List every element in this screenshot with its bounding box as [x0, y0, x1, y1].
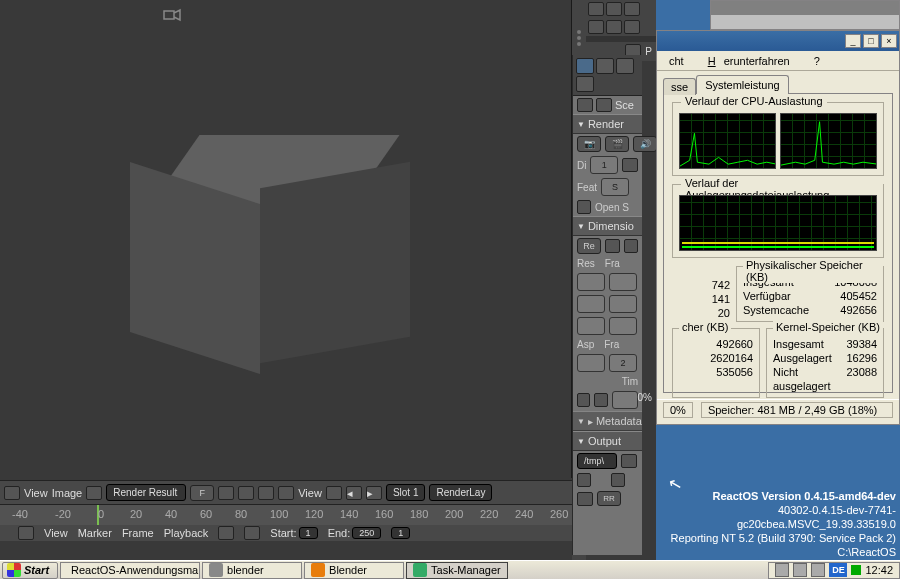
render-viewport[interactable]	[0, 0, 572, 478]
view-menu[interactable]: View	[24, 487, 48, 499]
swap-graph	[679, 195, 877, 251]
editor-type-icon[interactable]	[4, 486, 20, 500]
frame-step-field[interactable]	[609, 317, 637, 335]
format-rgb-button[interactable]: RR	[597, 491, 621, 506]
output-cb2[interactable]	[611, 473, 625, 487]
phys-mem-box: Physikalischer Speicher (KB) Insgesamt10…	[736, 266, 884, 322]
taskbar-item-anwendungsmanager[interactable]: ReactOS-Anwendungsmana…	[60, 562, 200, 579]
render-audio-button[interactable]: 🔊	[633, 136, 657, 152]
render-image-button[interactable]: 📷	[577, 136, 601, 152]
tick: 20	[130, 508, 142, 520]
view-menu-2[interactable]: View	[298, 487, 322, 499]
tl-frame-menu[interactable]: Frame	[122, 527, 154, 539]
image-editor-toolbar: View Image Render Result F View ◂ ▸ Slot…	[0, 480, 572, 504]
pin-icon[interactable]	[577, 98, 593, 112]
end-frame-field[interactable]: 250	[352, 527, 381, 539]
res-x-field[interactable]	[577, 273, 605, 291]
cursor-icon[interactable]	[606, 2, 622, 16]
image-menu[interactable]: Image	[52, 487, 83, 499]
folder-icon[interactable]	[621, 454, 637, 468]
cursor-icon[interactable]	[606, 20, 622, 34]
usb-icon[interactable]	[811, 563, 825, 577]
cpu-meter-icon[interactable]	[851, 565, 861, 575]
unlink-icon[interactable]	[238, 486, 254, 500]
tl-marker-menu[interactable]: Marker	[78, 527, 112, 539]
network-icon[interactable]	[793, 563, 807, 577]
menu-herunterfahren[interactable]: Herunterfahren	[700, 53, 798, 69]
timeline-ruler[interactable]: -40 -20 0 20 40 60 80 100 120 140 160 18…	[0, 505, 572, 525]
titlebar[interactable]: _ □ ×	[657, 31, 899, 51]
preset-button[interactable]: Re	[577, 238, 601, 254]
tab-processes[interactable]: sse	[663, 78, 696, 95]
add-icon[interactable]	[605, 239, 620, 253]
remove-icon[interactable]	[624, 239, 639, 253]
pin-icon[interactable]	[258, 486, 274, 500]
taskbar-item-blender-2[interactable]: Blender	[304, 562, 404, 579]
renderlayer-select[interactable]: RenderLay	[429, 484, 492, 501]
camera-icon	[163, 7, 183, 27]
render-result-field[interactable]: Render Result	[106, 484, 186, 501]
eye-icon[interactable]	[588, 20, 604, 34]
crop-checkbox[interactable]	[594, 393, 607, 407]
lock-icon[interactable]	[622, 158, 638, 172]
display-field[interactable]: 1	[590, 156, 618, 174]
dimensions-section-header[interactable]: Dimensio	[573, 216, 642, 236]
taskbar-item-blender-1[interactable]: blender	[202, 562, 302, 579]
render-icon[interactable]	[624, 20, 640, 34]
app-icon	[413, 563, 427, 577]
format-list-icon[interactable]	[577, 492, 593, 506]
render-icon[interactable]	[624, 2, 640, 16]
language-indicator[interactable]: DE	[829, 563, 847, 577]
eye-icon[interactable]	[588, 2, 604, 16]
viewport-icon[interactable]	[278, 486, 294, 500]
add-icon[interactable]	[218, 486, 234, 500]
f-button[interactable]: F	[190, 485, 214, 501]
object-tab-icon[interactable]	[576, 76, 594, 92]
slot-select[interactable]: Slot 1	[386, 484, 426, 501]
next-icon[interactable]: ▸	[366, 486, 382, 500]
feature-field[interactable]: S	[601, 178, 629, 196]
menu-help[interactable]: ?	[810, 53, 824, 69]
volume-icon[interactable]	[775, 563, 789, 577]
prev-icon[interactable]: ◂	[346, 486, 362, 500]
output-section-header[interactable]: Output	[573, 431, 642, 451]
output-cb1[interactable]	[577, 473, 591, 487]
taskbar-label: Task-Manager	[431, 564, 501, 576]
asp-x-field[interactable]	[577, 354, 605, 372]
tab-systemleistung[interactable]: Systemleistung	[696, 75, 789, 94]
metadata-section-header[interactable]: ▸ Metadata	[573, 411, 642, 431]
render-section-header[interactable]: Render	[573, 114, 642, 134]
res-y-field[interactable]	[577, 295, 605, 313]
current-frame-field[interactable]: 1	[391, 527, 410, 539]
sync-icon[interactable]	[218, 526, 234, 540]
rendered-cube	[135, 135, 395, 355]
start-button[interactable]: Start	[2, 562, 58, 579]
close-button[interactable]: ×	[881, 34, 897, 48]
tl-playback-menu[interactable]: Playback	[164, 527, 209, 539]
scene-tab-icon[interactable]	[596, 58, 614, 74]
image-icon[interactable]	[86, 486, 102, 500]
render-tab-icon[interactable]	[576, 58, 594, 74]
frame-end-field[interactable]	[609, 295, 637, 313]
cpu-history-label: Verlauf der CPU-Auslastung	[681, 95, 827, 107]
minimize-button[interactable]: _	[845, 34, 861, 48]
stat-val: 39384	[846, 337, 877, 351]
maximize-button[interactable]: □	[863, 34, 879, 48]
world-tab-icon[interactable]	[616, 58, 634, 74]
keying-icon[interactable]	[244, 526, 260, 540]
watermark-line: ReactOS Version 0.4.15-amd64-dev	[656, 489, 896, 503]
open-s-checkbox[interactable]	[577, 200, 591, 214]
start-frame-field[interactable]: 1	[299, 527, 318, 539]
editor-type-icon[interactable]	[18, 526, 34, 540]
res-pct-field[interactable]	[577, 317, 605, 335]
expand-icon[interactable]	[326, 486, 342, 500]
fps-field[interactable]: 2	[609, 354, 637, 372]
tl-view-menu[interactable]: View	[44, 527, 68, 539]
menu-item[interactable]: cht	[665, 53, 688, 69]
render-anim-button[interactable]: 🎬	[605, 136, 629, 152]
frame-start-field[interactable]	[609, 273, 637, 291]
taskbar-item-taskmanager[interactable]: Task-Manager	[406, 562, 508, 579]
output-path-field[interactable]: /tmp\	[577, 453, 617, 469]
border-checkbox[interactable]	[577, 393, 590, 407]
clock[interactable]: 12:42	[865, 564, 893, 576]
